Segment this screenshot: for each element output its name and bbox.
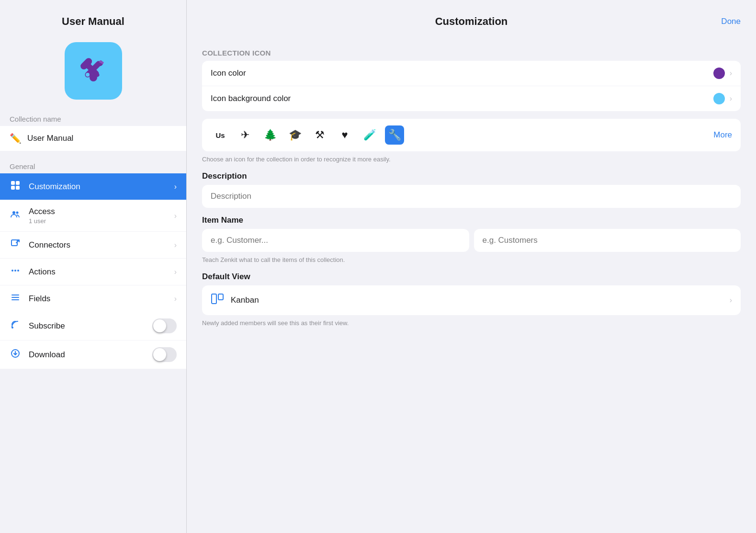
color-settings-card: Icon color › Icon background color › [202,61,741,111]
main-panel: Customization Done Collection Icon Icon … [187,0,756,533]
sidebar: User Manual Collection name ✏️ User Manu… [0,0,187,533]
access-chevron: › [174,212,177,220]
svg-point-18 [11,327,13,329]
svg-point-10 [16,212,19,214]
sidebar-item-connectors[interactable]: Connectors › [0,232,186,259]
icon-plane[interactable]: ✈ [236,125,255,145]
main-content: Collection Icon Icon color › Icon backgr… [187,49,756,355]
default-view-row[interactable]: Kanban › [202,285,741,315]
svg-rect-6 [16,181,20,185]
svg-rect-20 [212,294,216,304]
svg-rect-5 [11,181,15,185]
collection-icon-section-label: Collection Icon [202,49,741,57]
fields-content: Fields [29,294,167,304]
default-view-hint: Newly added members will see this as the… [202,319,741,328]
people-icon [10,209,21,222]
default-view-chevron: › [730,296,732,305]
sidebar-item-fields[interactable]: Fields › [0,285,186,312]
item-name-section-label: Item Name [202,215,741,225]
sidebar-title: User Manual [0,0,186,37]
icon-tree[interactable]: 🌲 [260,125,280,145]
icon-tools[interactable]: ⚒ [310,125,329,145]
connectors-chevron: › [174,241,177,249]
sidebar-item-access[interactable]: Access 1 user › [0,200,186,232]
item-name-inputs [202,229,741,252]
access-content: Access 1 user [29,207,167,225]
sidebar-item-customization[interactable]: Customization › [0,173,186,200]
nav-items-group: Customization › Access 1 user › [0,173,186,312]
default-view-label-value: Kanban [231,295,723,305]
download-row[interactable]: Download [0,340,186,369]
connectors-label: Connectors [29,240,167,250]
icon-us[interactable]: Us [211,125,230,145]
actions-label: Actions [29,267,167,277]
wrench-icon [76,54,111,88]
fields-label: Fields [29,294,167,304]
customization-label: Customization [29,182,167,192]
customization-chevron: › [174,182,177,191]
collection-name-label: Collection name [0,111,186,126]
main-header: Customization Done [187,0,756,37]
icon-background-dot [713,93,725,104]
access-sublabel: 1 user [29,217,167,225]
subscribe-row[interactable]: Subscribe [0,312,186,340]
collection-name-value: User Manual [27,134,73,143]
svg-rect-7 [11,186,15,190]
subscribe-toggle[interactable] [152,318,177,333]
grid-icon [10,180,21,193]
icon-flask[interactable]: 🧪 [360,125,379,145]
icon-picker-icons: Us ✈ 🌲 🎓 ⚒ ♥ 🧪 🔧 [211,125,708,145]
description-section-label: Description [202,171,741,181]
description-input[interactable] [202,185,741,208]
external-link-icon [10,238,21,251]
customization-content: Customization [29,182,167,192]
icon-heart[interactable]: ♥ [335,125,354,145]
icon-color-dot [713,68,725,79]
svg-rect-8 [16,186,20,190]
icon-color-chevron: › [730,69,732,78]
app-icon-wrapper [0,37,186,111]
icon-background-label: Icon background color [211,94,713,103]
icon-color-label: Icon color [211,68,713,78]
general-label: General [0,159,186,173]
sidebar-item-actions[interactable]: Actions › [0,259,186,285]
svg-point-9 [12,211,15,214]
subscribe-label: Subscribe [29,321,145,331]
item-name-hint: Teach Zenkit what to call the items of t… [202,256,741,264]
download-label: Download [29,350,145,360]
edit-icon: ✏️ [10,133,22,144]
app-icon [65,42,122,100]
list-icon [10,292,21,305]
done-button[interactable]: Done [721,17,741,26]
collection-name-row[interactable]: ✏️ User Manual [0,126,186,151]
icon-hint: Choose an icon for the collection in ord… [202,155,741,164]
dots-icon [10,265,21,278]
rss-icon [10,319,21,332]
connectors-content: Connectors [29,240,167,250]
kanban-icon [211,292,224,308]
actions-chevron: › [174,268,177,276]
actions-content: Actions [29,267,167,277]
icon-color-row[interactable]: Icon color › [202,61,741,86]
item-name-singular-input[interactable] [202,229,469,252]
icon-graduation[interactable]: 🎓 [285,125,305,145]
svg-point-14 [17,270,19,272]
icon-background-chevron: › [730,94,732,103]
download-toggle[interactable] [152,347,177,362]
access-label: Access [29,207,167,216]
svg-rect-21 [218,294,223,300]
icon-background-row[interactable]: Icon background color › [202,86,741,111]
svg-point-4 [86,73,90,77]
more-icons-button[interactable]: More [713,130,732,140]
main-title: Customization [435,15,508,28]
svg-point-12 [11,270,13,272]
download-icon [10,348,21,361]
icon-wrench[interactable]: 🔧 [385,125,404,145]
item-name-plural-input[interactable] [474,229,741,252]
icon-picker-row: Us ✈ 🌲 🎓 ⚒ ♥ 🧪 🔧 More [202,119,741,151]
default-view-section-label: Default View [202,272,741,282]
svg-point-13 [14,270,16,272]
fields-chevron: › [174,295,177,303]
